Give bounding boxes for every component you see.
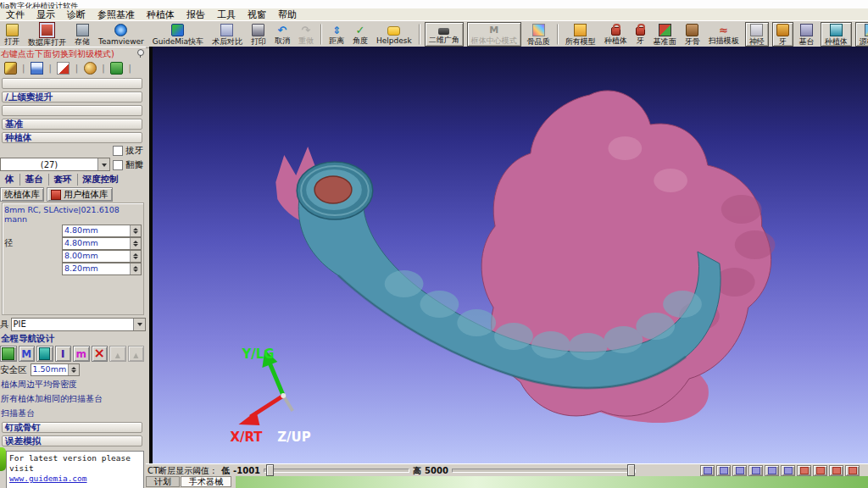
redo-button[interactable]: 重做 [294, 21, 318, 47]
spinner-arrows-icon[interactable] [130, 263, 141, 274]
tooth-toggle-button[interactable]: 牙 [772, 22, 793, 47]
open-button[interactable]: 打开 [0, 21, 24, 47]
command-link[interactable]: 扫描基台 [1, 408, 35, 419]
tool-dropdown[interactable]: PIE [11, 318, 147, 331]
section-header[interactable]: 种植体 [2, 132, 142, 143]
parameter-spinbox[interactable]: 8.20mm [62, 263, 142, 275]
view-cube-button[interactable] [781, 465, 795, 476]
delete-implant-button[interactable] [92, 346, 108, 362]
command-link[interactable]: 植体周边平均骨密度 [1, 379, 77, 391]
low-threshold-slider[interactable] [264, 469, 409, 473]
view-cube-button[interactable] [829, 465, 843, 476]
spinner-arrows-icon[interactable] [130, 238, 141, 249]
view-cube-button[interactable] [732, 465, 747, 476]
menu-item[interactable]: 种植体 [141, 8, 181, 21]
safety-zone-spinbox[interactable]: 1.50mm [31, 363, 80, 376]
section-header[interactable] [2, 105, 142, 116]
move-up-button-1[interactable] [109, 346, 126, 362]
spinner-arrows-icon[interactable] [130, 251, 141, 262]
mini-green-button[interactable] [0, 346, 17, 362]
chevron-down-icon[interactable] [133, 319, 145, 330]
parameter-spinbox[interactable]: 8.00mm [62, 250, 142, 263]
save-button[interactable]: 存储 [70, 21, 94, 47]
parameter-spinbox[interactable]: 4.80mm [62, 237, 142, 250]
view-cube-button[interactable] [765, 465, 779, 476]
mini-mesh-button[interactable] [73, 346, 90, 362]
chevron-down-icon[interactable] [97, 158, 109, 170]
high-slider-handle[interactable] [627, 464, 635, 476]
helpdesk-button[interactable]: Helpdesk [372, 21, 416, 47]
abutment-button[interactable]: 基台 [795, 21, 819, 47]
menu-item[interactable]: 报告 [181, 8, 211, 21]
sphere-tool-tab[interactable] [81, 61, 98, 75]
view-cube-button[interactable] [748, 465, 763, 476]
angle-button[interactable]: 角度 [348, 21, 372, 47]
menu-item[interactable]: 参照基准 [92, 8, 141, 21]
extract-tooth-checkbox[interactable] [113, 146, 123, 156]
implant-toggle-button[interactable]: 种植体 [821, 22, 852, 47]
model-tool-tab[interactable] [108, 61, 125, 75]
implant-panel-tab[interactable]: 套环 [49, 174, 78, 186]
tooth-bone-button[interactable]: 牙骨 [681, 21, 704, 47]
spinner-arrows-icon[interactable] [68, 364, 79, 375]
section-header[interactable]: 基准 [2, 119, 142, 130]
implant-panel-tab[interactable]: 体 [0, 174, 20, 186]
workflow-tab[interactable]: 手术器械 [181, 476, 231, 487]
undo-button[interactable]: 取消 [270, 21, 294, 47]
edit-tool-tab[interactable] [55, 61, 72, 75]
distance-button[interactable]: 距离 [325, 21, 348, 47]
view-cube-button[interactable] [700, 465, 715, 476]
mini-implant-blue-button[interactable] [19, 346, 36, 362]
datum-plane-button[interactable]: 基准面 [649, 21, 681, 47]
frame-center-mode-button[interactable]: 框体中心模式 [467, 22, 521, 47]
guidemia-link[interactable]: www.guidemia.com [9, 474, 87, 483]
brush-tool-tab[interactable] [2, 61, 19, 75]
pin-icon[interactable] [137, 49, 144, 56]
3d-viewport[interactable]: Y/LG X/RT Z/UP [149, 47, 868, 463]
flap-checkbox[interactable] [113, 160, 123, 170]
parameter-spinbox[interactable]: 4.80mm [62, 225, 142, 237]
view-cube-button[interactable] [797, 465, 811, 476]
postop-compare-button[interactable]: 术后对比 [208, 21, 247, 47]
view-cube-button[interactable] [845, 465, 860, 476]
implant-lock-button[interactable]: 种植体 [600, 21, 632, 47]
section-header[interactable]: 误差模拟 [2, 435, 142, 446]
section-header[interactable]: 钉或骨钉 [2, 422, 142, 433]
bone-quality-button[interactable]: 骨品质 [523, 21, 554, 47]
nerve-toggle-button[interactable]: 神经 [745, 22, 769, 47]
mini-depth-button[interactable] [55, 346, 72, 362]
all-models-button[interactable]: 所有模型 [561, 21, 600, 47]
implant-panel-tab[interactable]: 基台 [20, 174, 49, 186]
print-button[interactable]: 打印 [247, 21, 270, 47]
section-header[interactable]: /上颌窦提升 [2, 92, 142, 103]
user-library-button[interactable]: 用户植体库 [47, 187, 113, 202]
menu-item[interactable]: 显示 [31, 8, 61, 21]
view-cube-button[interactable] [716, 465, 731, 476]
system-library-button[interactable]: 统植体库 [0, 187, 44, 202]
section-header[interactable] [2, 78, 142, 89]
tooth-lock-button[interactable]: 牙 [632, 21, 649, 47]
source-model-toggle-button[interactable]: 源模型 [855, 22, 868, 47]
teamviewer-button[interactable]: Teamviewer [94, 21, 148, 47]
db-open-button[interactable]: 数据库打开 [24, 21, 70, 47]
spinner-arrows-icon[interactable] [130, 225, 141, 236]
menu-item[interactable]: 诊断 [61, 8, 92, 21]
low-slider-handle[interactable] [266, 464, 274, 476]
implant-site-disc[interactable] [314, 176, 352, 203]
move-up-button-2[interactable] [128, 346, 145, 362]
image-tool-tab[interactable] [28, 61, 45, 75]
menu-item[interactable]: 视窗 [242, 8, 272, 21]
implant-panel-tab[interactable]: 深度控制 [78, 174, 124, 186]
menu-item[interactable]: 工具 [211, 8, 242, 21]
toolbar-separator[interactable] [557, 24, 559, 45]
workflow-tab[interactable]: 计划 [146, 476, 180, 487]
scan-template-button[interactable]: 扫描模板 [704, 21, 743, 47]
wide-2d-button[interactable]: 二维广角 [425, 22, 464, 47]
high-threshold-slider[interactable] [452, 469, 636, 473]
tooth-number-dropdown[interactable]: (27) [0, 158, 110, 171]
command-link[interactable]: 所有植体加相同的扫描基台 [1, 393, 103, 405]
menu-item[interactable]: 文件 [0, 8, 31, 21]
mini-implant-teal-button[interactable] [36, 346, 53, 362]
menu-item[interactable]: 帮助 [272, 8, 303, 21]
view-cube-button[interactable] [813, 465, 827, 476]
